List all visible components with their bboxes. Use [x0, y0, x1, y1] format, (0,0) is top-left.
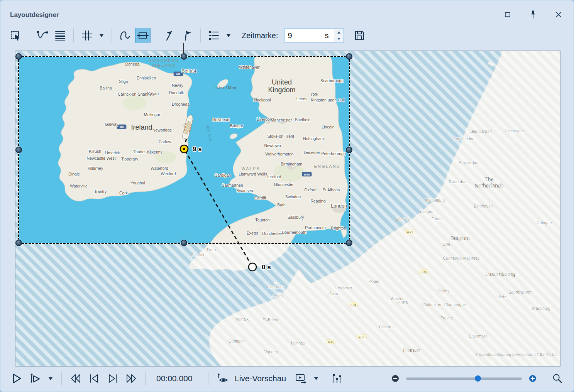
play-button[interactable] — [9, 371, 24, 386]
svg-text:NORTHERN: NORTHERN — [149, 58, 179, 63]
svg-text:Newtown: Newtown — [264, 143, 281, 148]
svg-text:M6: M6 — [120, 125, 124, 129]
svg-text:Youghal: Youghal — [130, 181, 145, 185]
zeitmarke-input[interactable] — [284, 29, 325, 42]
chevron-down-icon — [227, 34, 230, 37]
play-dropdown-button[interactable] — [46, 371, 55, 386]
camera-frame-icon — [137, 29, 149, 42]
svg-text:Galway: Galway — [105, 122, 119, 127]
svg-text:Enniskillen: Enniskillen — [137, 76, 156, 80]
toolbar: Zeitmarke: s — [8, 27, 566, 44]
zoom-out-button[interactable] — [390, 373, 401, 384]
zeitmarke-unit: s — [325, 29, 334, 42]
magnifier-button[interactable] — [550, 371, 565, 386]
svg-text:Waterville: Waterville — [70, 184, 88, 188]
close-button[interactable] — [552, 9, 565, 20]
svg-text:Kilrush: Kilrush — [89, 149, 101, 154]
selection-handle-top-center[interactable] — [181, 53, 187, 60]
window-title: Layoutdesigner — [10, 11, 59, 19]
svg-text:Holyhead: Holyhead — [212, 117, 230, 122]
svg-text:Belfast: Belfast — [181, 68, 196, 74]
svg-text:Whitehaven: Whitehaven — [239, 65, 261, 69]
flag-end-button[interactable] — [179, 28, 195, 43]
svg-text:Swansea: Swansea — [236, 188, 253, 193]
pin-button[interactable] — [527, 9, 540, 20]
svg-text:Stoke-on-Trent: Stoke-on-Trent — [267, 134, 294, 139]
svg-text:Newbridge: Newbridge — [152, 128, 172, 132]
layout-frame[interactable]: M1M6M40 BelfastDonegalSligoEnniskillenNe… — [19, 57, 349, 243]
chevron-down-icon — [49, 377, 52, 380]
selection-handle-middle-right[interactable] — [346, 147, 352, 153]
selection-handle-bottom-right[interactable] — [346, 240, 352, 246]
svg-text:Hereford: Hereford — [266, 174, 281, 179]
keyframe-curve-button[interactable] — [35, 28, 50, 43]
step-forward-button[interactable] — [105, 371, 120, 386]
window-controls — [501, 9, 565, 20]
spin-down-button[interactable] — [334, 35, 344, 42]
spin-up-icon — [337, 31, 340, 34]
toolbar-separator — [73, 29, 74, 42]
maximize-button[interactable] — [501, 9, 514, 20]
zoom-slider[interactable] — [406, 377, 522, 380]
keyframe-columns-button[interactable] — [329, 371, 345, 386]
maximize-icon — [502, 9, 513, 20]
chevron-down-icon — [314, 377, 318, 380]
frame-map: M1M6M40 BelfastDonegalSligoEnniskillenNe… — [19, 57, 349, 243]
svg-text:Taunton: Taunton — [255, 218, 270, 222]
play-from-marker-button[interactable] — [27, 371, 43, 386]
save-button[interactable] — [352, 28, 367, 43]
selection-handle-bottom-left[interactable] — [15, 240, 22, 246]
svg-text:Dingle: Dingle — [68, 172, 80, 176]
track-list-button[interactable] — [52, 28, 68, 43]
transport-separator — [145, 372, 146, 385]
flag-start-button[interactable] — [162, 28, 177, 43]
svg-text:Manchester: Manchester — [271, 118, 292, 122]
export-preview-button[interactable] — [293, 371, 308, 386]
skip-to-start-button[interactable] — [68, 371, 83, 386]
step-forward-icon — [107, 372, 119, 385]
time-display: 00:00.000 — [156, 374, 197, 383]
svg-text:Donegal: Donegal — [125, 62, 140, 66]
export-dropdown-button[interactable] — [312, 371, 321, 386]
zoom-in-button[interactable] — [527, 373, 538, 384]
skip-to-end-button[interactable] — [124, 371, 139, 386]
svg-text:M1: M1 — [176, 73, 180, 76]
titlebar[interactable]: Layoutdesigner — [0, 0, 574, 24]
svg-text:Sheffield: Sheffield — [295, 117, 311, 122]
zoom-in-icon — [528, 374, 537, 383]
selection-handle-bottom-center[interactable] — [181, 240, 187, 246]
timemark-list-button[interactable] — [206, 28, 222, 43]
selection-handle-top-left[interactable] — [15, 53, 22, 60]
svg-text:Leicester: Leicester — [304, 150, 320, 155]
svg-text:Kingston upon Hull: Kingston upon Hull — [311, 98, 345, 102]
svg-text:Newcastle West: Newcastle West — [86, 156, 115, 161]
layout-canvas[interactable]: A 25A 29A 28A 11A 81 LeeuwardenGroningen… — [15, 51, 560, 367]
flag-start-icon — [163, 29, 176, 42]
grid-button[interactable] — [79, 28, 95, 43]
timemark-dropdown-button[interactable] — [224, 28, 233, 43]
select-tool-button[interactable] — [8, 28, 24, 43]
svg-text:United: United — [272, 78, 292, 86]
step-back-button[interactable] — [86, 371, 102, 386]
grid-dropdown-button[interactable] — [97, 28, 106, 43]
save-icon — [353, 29, 366, 42]
zoom-slider-thumb[interactable] — [475, 375, 481, 382]
smooth-path-button[interactable] — [117, 28, 133, 43]
svg-text:Bournemouth: Bournemouth — [282, 230, 306, 235]
zeitmarke-spinner — [334, 29, 344, 42]
svg-text:Portsmouth: Portsmouth — [305, 225, 326, 230]
live-preview-button[interactable] — [215, 371, 230, 386]
selection-handle-top-right[interactable] — [346, 53, 352, 60]
svg-text:Cork: Cork — [119, 191, 128, 195]
svg-text:Ireland: Ireland — [131, 123, 152, 131]
camera-frame-button[interactable] — [135, 28, 151, 43]
svg-text:Carmarthen: Carmarthen — [222, 183, 243, 188]
spin-up-button[interactable] — [334, 29, 344, 35]
svg-text:Mullingar: Mullingar — [144, 112, 161, 117]
svg-text:London: London — [331, 203, 347, 209]
selection-handle-middle-left[interactable] — [15, 147, 22, 153]
skip-to-start-icon — [69, 372, 82, 385]
svg-text:Birmingham: Birmingham — [281, 162, 302, 166]
skip-to-end-icon — [125, 372, 137, 385]
transport-separator — [208, 372, 208, 385]
